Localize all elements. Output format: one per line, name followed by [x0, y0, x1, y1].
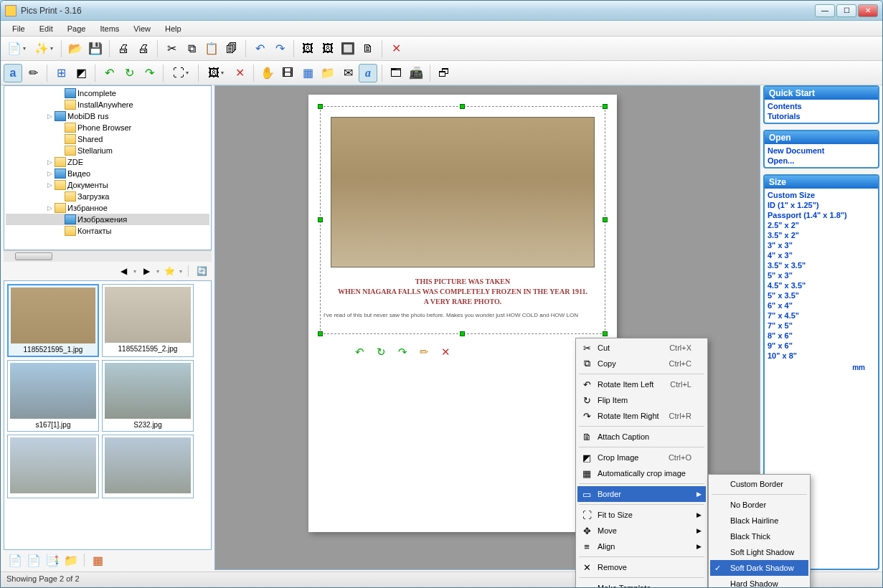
handle-e[interactable]	[603, 217, 608, 222]
menu-item[interactable]: Soft Light Shadow	[710, 544, 808, 560]
undo-button[interactable]: ↶	[250, 39, 269, 58]
add-images-button[interactable]: 🖼	[318, 39, 337, 58]
menu-items[interactable]: Items	[93, 22, 126, 35]
menu-item[interactable]: 🗎Attach Caption	[577, 429, 706, 445]
delete-button[interactable]: ✕	[387, 39, 405, 58]
print-preview-button[interactable]: 🖨	[114, 39, 133, 58]
tree-item[interactable]: Incomplete	[6, 87, 209, 99]
fav-button[interactable]: ⭐	[162, 264, 176, 278]
float-remove[interactable]: ✕	[438, 344, 453, 360]
tree-item[interactable]: ▷ZDE	[6, 156, 209, 168]
link-tutorials[interactable]: Tutorials	[768, 111, 875, 121]
flip-button[interactable]: ↻	[120, 64, 138, 82]
size-link[interactable]: 5" x 3.5"	[768, 290, 875, 300]
tree-item[interactable]: Shared	[6, 133, 209, 145]
menu-item[interactable]: Hard Shadow	[710, 576, 808, 588]
link-contents[interactable]: Contents	[768, 101, 875, 111]
menu-item[interactable]: Make Template	[577, 580, 706, 588]
size-link[interactable]: 3.5" x 2"	[768, 230, 875, 240]
paste-button[interactable]: 📋	[202, 39, 221, 58]
pan-button[interactable]: ✋	[258, 64, 277, 82]
refresh-button[interactable]: 🔄	[194, 264, 209, 278]
selected-image[interactable]: THIS PICTURE WAS TAKEN WHEN NIAGARA FALL…	[320, 106, 605, 334]
size-link[interactable]: 6" x 4"	[768, 300, 875, 310]
scan-button[interactable]: 📠	[407, 64, 425, 82]
folder-tree[interactable]: IncompleteInstallAnywhere▷MobiDB rusPhon…	[4, 85, 212, 250]
add-page-button[interactable]: 📄	[6, 551, 24, 569]
menu-item[interactable]: ⛶Fit to Size▶	[577, 507, 706, 523]
thumbnail[interactable]: 1185521595_1.jpg	[7, 284, 99, 357]
rotate-left-button[interactable]: ↶	[100, 64, 118, 82]
menu-view[interactable]: View	[126, 22, 158, 35]
mail-button[interactable]: ✉	[339, 64, 357, 82]
copy-button[interactable]: ⧉	[182, 39, 201, 58]
tree-item[interactable]: Изображения	[6, 214, 209, 225]
menu-item[interactable]: Black Hairline	[710, 513, 808, 528]
menu-help[interactable]: Help	[158, 22, 189, 35]
menu-item[interactable]: ↷Rotate Item RightCtrl+R	[577, 408, 706, 424]
folder-button[interactable]: 📁	[318, 64, 337, 82]
redo-button[interactable]: ↷	[270, 39, 289, 58]
tree-item[interactable]: InstallAnywhere	[6, 99, 209, 110]
handle-nw[interactable]	[318, 104, 323, 109]
size-link[interactable]: Passport (1.4" x 1.8")	[768, 210, 875, 220]
size-link[interactable]: 9" x 6"	[768, 341, 875, 351]
size-link[interactable]: 4" x 3"	[768, 250, 875, 260]
float-rotate-left[interactable]: ↶	[351, 344, 367, 360]
menu-item[interactable]: ◩Crop ImageCtrl+O	[577, 450, 706, 465]
fit-button[interactable]: ⛶▾	[168, 64, 194, 82]
tree-item[interactable]: ▷Избранное	[6, 202, 209, 214]
size-link[interactable]: 7" x 5"	[768, 321, 875, 331]
open-button[interactable]: 📂	[66, 39, 85, 58]
menu-item[interactable]: ↻Flip Item	[577, 392, 706, 408]
link-open[interactable]: Open...	[768, 156, 875, 166]
add-filled-button[interactable]: 🔲	[339, 39, 357, 58]
size-link[interactable]: 2.5" x 2"	[768, 220, 875, 230]
size-link[interactable]: 3" x 3"	[768, 240, 875, 250]
thumbnail-panel[interactable]: 1185521595_1.jpg1185521595_2.jpgs167[1].…	[4, 280, 212, 550]
tree-item[interactable]: Контакты	[6, 225, 209, 237]
maximize-button[interactable]: ☐	[836, 4, 856, 17]
print-button[interactable]: 🖨	[134, 39, 153, 58]
context-menu[interactable]: ✂CutCtrl+X⧉CopyCtrl+C↶Rotate Item LeftCt…	[575, 338, 708, 588]
menu-edit[interactable]: Edit	[32, 22, 60, 35]
link-new-doc[interactable]: New Document	[768, 146, 875, 156]
size-link[interactable]: ID (1" x 1.25")	[768, 200, 875, 210]
size-extra[interactable]: mm	[765, 362, 878, 373]
text-icon[interactable]: a	[359, 64, 377, 82]
film-button[interactable]: 🎞	[278, 64, 297, 82]
new-button[interactable]: 📄▾	[4, 39, 29, 58]
edit-button[interactable]: ✏	[24, 64, 42, 82]
tree-item[interactable]: Phone Browser	[6, 122, 209, 133]
handle-s[interactable]	[460, 331, 465, 336]
tree-item[interactable]: ▷Документы	[6, 179, 209, 191]
minimize-button[interactable]: —	[815, 4, 835, 17]
grid-button[interactable]: ▦	[89, 551, 106, 569]
thumbnail[interactable]: s167[1].jpg	[7, 360, 99, 432]
handle-n[interactable]	[460, 104, 465, 109]
thumbnail[interactable]: 1185521595_2.jpg	[102, 284, 194, 357]
menu-item[interactable]: ⧉CopyCtrl+C	[577, 356, 706, 371]
wizard-button[interactable]: ✨▾	[31, 39, 57, 58]
menu-item[interactable]: Black Thick	[710, 528, 808, 544]
menu-item[interactable]: ✥Move▶	[577, 523, 706, 539]
window-icon[interactable]: 🗔	[387, 64, 405, 82]
close-button[interactable]: ✕	[858, 4, 878, 17]
cut-button[interactable]: ✂	[162, 39, 181, 58]
grid-icon[interactable]: ▦	[298, 64, 317, 82]
thumbnail[interactable]: S232.jpg	[102, 360, 194, 432]
tree-item[interactable]: Stellarium	[6, 145, 209, 156]
handle-sw[interactable]	[318, 331, 323, 336]
size-link[interactable]: 8" x 6"	[768, 331, 875, 341]
size-link[interactable]: 10" x 8"	[768, 351, 875, 361]
add-text-button[interactable]: 🗎	[359, 39, 377, 58]
fwd-button[interactable]: ▶	[139, 264, 154, 278]
menu-item[interactable]: No Border	[710, 497, 808, 513]
float-flip[interactable]: ↻	[373, 344, 389, 360]
border-submenu[interactable]: Custom BorderNo BorderBlack HairlineBlac…	[708, 474, 811, 588]
add-all-button[interactable]: 📑	[44, 551, 61, 569]
crop-button[interactable]: ⊞	[52, 64, 70, 82]
autocrop-button[interactable]: ◩	[72, 64, 90, 82]
remove-button[interactable]: ✕	[230, 64, 249, 82]
menu-item[interactable]: ▦Automatically crop image	[577, 465, 706, 481]
